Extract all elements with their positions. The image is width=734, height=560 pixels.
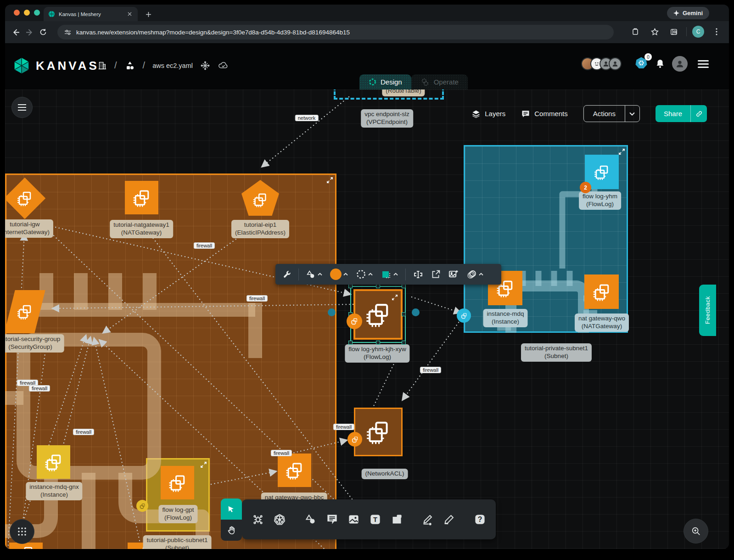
node-label-private-subnet[interactable]: tutorial-private-subnet1(Subnet) xyxy=(521,343,592,362)
fill-color-swatch[interactable] xyxy=(328,267,351,282)
comments-button[interactable]: Comments xyxy=(521,109,568,118)
notifications-bell-icon[interactable] xyxy=(655,58,666,69)
collaborator-avatar[interactable] xyxy=(609,57,622,70)
browser-profile-avatar[interactable]: C xyxy=(692,26,704,38)
open-in-new-icon[interactable] xyxy=(429,267,443,282)
edge-label-firewall[interactable]: firewall xyxy=(333,424,354,430)
node-label-eip1[interactable]: tutorial-eip1(ElasticIPAddress) xyxy=(231,220,289,238)
edge-label-firewall[interactable]: firewall xyxy=(29,385,50,392)
node-partial-bottom-1[interactable] xyxy=(9,543,43,549)
apps-grid-button[interactable] xyxy=(10,519,34,544)
expand-icon[interactable] xyxy=(392,294,398,301)
site-settings-icon[interactable] xyxy=(64,28,72,36)
node-label-public-subnet[interactable]: tutorial-public-subnet1(Subnet) xyxy=(143,535,212,549)
freehand-draw-tool[interactable] xyxy=(443,510,455,529)
shapes-tool[interactable] xyxy=(304,510,317,529)
node-flowlog-gpt[interactable] xyxy=(161,466,194,499)
node-network-acl[interactable] xyxy=(354,408,403,456)
node-instance-gnx[interactable] xyxy=(37,445,70,479)
note-tool[interactable] xyxy=(391,510,403,529)
url-bar[interactable]: kanvas.new/extension/meshmap?mode=design… xyxy=(57,25,614,39)
node-label-instance-mdq[interactable]: instance-mdq(Instance) xyxy=(483,309,527,327)
node-label-vpc-endpoint[interactable]: vpc endpoint-slz(VPCEndpoint) xyxy=(361,109,413,128)
cloud-save-status-icon[interactable] xyxy=(218,60,229,71)
edge-label-firewall[interactable]: firewall xyxy=(73,429,94,435)
node-label-flowlog-gpt[interactable]: flow log-gpt(FlowLog) xyxy=(158,505,197,523)
zoom-button[interactable] xyxy=(684,519,708,543)
line-tool[interactable] xyxy=(421,510,434,529)
layers-button[interactable]: Layers xyxy=(471,109,505,118)
browser-menu-icon[interactable] xyxy=(710,25,723,39)
select-tool-button[interactable] xyxy=(221,498,242,520)
collaborator-avatars[interactable] xyxy=(585,57,622,70)
edge-label-firewall[interactable]: firewall xyxy=(194,242,215,249)
node-natgw-bbc[interactable] xyxy=(278,454,311,487)
node-label-instance-gnx[interactable]: instance-mdq-gnx(Instance) xyxy=(26,482,82,500)
edge-label-firewall[interactable]: firewall xyxy=(271,450,292,456)
image-tool[interactable] xyxy=(347,510,360,529)
minimize-window-button[interactable] xyxy=(24,10,30,16)
help-button[interactable]: ? xyxy=(474,510,486,529)
tab-close-icon[interactable] xyxy=(126,11,133,18)
header-menu-icon[interactable] xyxy=(698,60,709,68)
bookmark-star-icon[interactable] xyxy=(648,25,661,39)
components-tool[interactable] xyxy=(252,510,264,529)
network-acl-badge[interactable] xyxy=(347,432,362,447)
node-label-natgateway1[interactable]: tutorial-natgateway1(NATGateway) xyxy=(110,220,173,238)
close-window-button[interactable] xyxy=(14,10,20,16)
kanvas-logo[interactable]: KANVAS xyxy=(13,57,99,74)
new-tab-button[interactable] xyxy=(143,9,154,20)
feedback-tab[interactable]: Feedback xyxy=(699,285,716,336)
copy-style-icon[interactable] xyxy=(378,267,401,282)
subnet-connection-handle[interactable] xyxy=(457,308,471,323)
rename-icon[interactable] xyxy=(410,267,426,282)
expand-icon[interactable] xyxy=(326,177,333,184)
design-file-name[interactable]: aws ec2.yaml xyxy=(152,62,193,69)
search-tabs-icon[interactable] xyxy=(667,25,681,39)
mesh-sync-icon[interactable] xyxy=(200,61,210,71)
organization-icon[interactable] xyxy=(97,61,107,71)
node-label-igw[interactable]: tutorial-igw(InternetGateway) xyxy=(5,219,53,238)
canvas-menu-button[interactable] xyxy=(11,97,33,118)
expand-icon[interactable] xyxy=(618,148,625,155)
gemini-button[interactable]: Gemini xyxy=(667,7,709,19)
flowlog-yhm-count-badge[interactable]: 2 xyxy=(580,182,591,193)
node-natgateway1[interactable] xyxy=(125,181,158,214)
back-button[interactable] xyxy=(9,25,22,39)
kubernetes-tool[interactable] xyxy=(273,510,286,529)
node-label-network-acl[interactable]: (NetworkACL) xyxy=(362,469,408,479)
edge-label-network[interactable]: network xyxy=(295,115,319,121)
node-label-flowlog-yhm[interactable]: flow log-yhm(FlowLog) xyxy=(579,191,621,210)
text-tool[interactable]: T xyxy=(369,510,381,529)
kubernetes-context-switcher[interactable]: 0 xyxy=(634,56,648,72)
share-button[interactable]: Share xyxy=(656,105,707,122)
comment-tool[interactable] xyxy=(326,510,338,529)
pan-tool-button[interactable] xyxy=(221,520,242,541)
copy-link-icon[interactable] xyxy=(690,105,707,122)
shapes-menu-icon[interactable] xyxy=(303,267,325,282)
configure-tool-icon[interactable] xyxy=(280,267,294,282)
designs-icon[interactable] xyxy=(124,60,135,71)
add-image-icon[interactable] xyxy=(446,267,461,282)
node-label-security-group[interactable]: tutorial-security-group(SecurityGroup) xyxy=(5,334,64,353)
tab-design[interactable]: Design xyxy=(359,74,411,90)
forward-button[interactable] xyxy=(22,25,36,39)
flowlog-selected-badge[interactable] xyxy=(347,314,362,329)
node-label-flowlog-selected[interactable]: flow log-yhm-kjh-xyw(FlowLog) xyxy=(345,344,409,363)
flowlog-gpt-badge[interactable] xyxy=(136,500,148,512)
border-style-icon[interactable] xyxy=(353,267,375,282)
edge-label-firewall[interactable]: firewall xyxy=(420,367,441,373)
design-canvas[interactable]: (RouteTable) vpc endpoint-slz(VPCEndpoin… xyxy=(5,90,729,549)
expand-icon[interactable] xyxy=(200,461,207,468)
reload-button[interactable] xyxy=(36,25,50,39)
tab-operate[interactable]: Operate xyxy=(411,74,468,90)
save-page-icon[interactable] xyxy=(628,25,642,39)
group-merge-icon[interactable] xyxy=(464,267,486,282)
node-natgw-qwo[interactable] xyxy=(584,274,619,309)
browser-tab[interactable]: Kanvas | Meshery xyxy=(44,7,138,21)
node-label-natgw-qwo[interactable]: nat gateway-qwo(NATGateway) xyxy=(575,314,629,332)
user-avatar[interactable] xyxy=(672,56,688,72)
edge-label-firewall[interactable]: firewall xyxy=(247,295,268,302)
maximize-window-button[interactable] xyxy=(34,10,40,16)
actions-dropdown-caret[interactable] xyxy=(625,106,639,122)
